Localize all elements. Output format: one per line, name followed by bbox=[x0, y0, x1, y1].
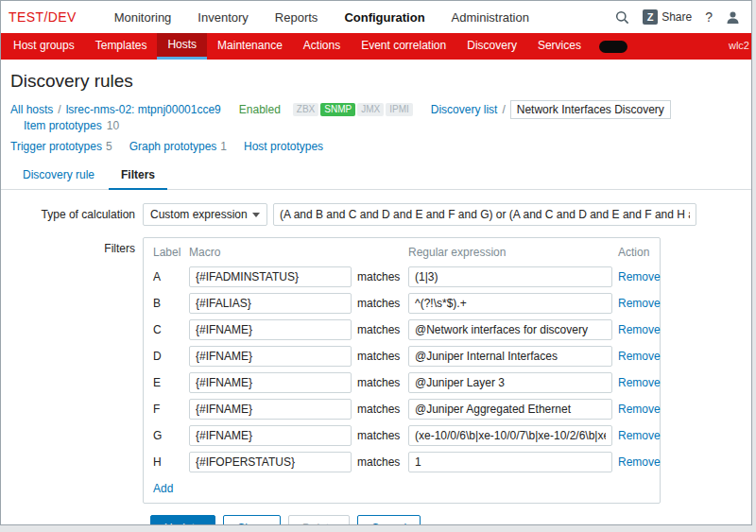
breadcrumb-current-rule: Network Interfaces Discovery bbox=[510, 100, 671, 119]
breadcrumb-discovery: Discovery list / Network Interfaces Disc… bbox=[431, 100, 671, 119]
filter-rows: A matches Remove B matches Remove C matc… bbox=[153, 266, 650, 472]
help-button[interactable]: ? bbox=[705, 9, 713, 25]
filter-regex-input[interactable] bbox=[408, 346, 612, 367]
tab-filters[interactable]: Filters bbox=[109, 161, 167, 190]
remove-filter-link[interactable]: Remove bbox=[618, 403, 667, 416]
filter-row-label: F bbox=[153, 403, 183, 416]
remove-filter-link[interactable]: Remove bbox=[618, 323, 667, 336]
share-button[interactable]: Z Share bbox=[643, 9, 692, 25]
filter-row-label: A bbox=[153, 270, 183, 283]
remove-filter-link[interactable]: Remove bbox=[618, 270, 667, 283]
filter-regex-input[interactable] bbox=[408, 293, 612, 314]
cancel-button[interactable]: Cancel bbox=[357, 515, 421, 525]
item-prototypes-count: 10 bbox=[107, 119, 119, 132]
delete-button: Delete bbox=[288, 515, 350, 525]
filter-macro-input[interactable] bbox=[189, 425, 352, 446]
badge-snmp: SNMP bbox=[320, 103, 355, 116]
filter-row: F matches Remove bbox=[153, 399, 650, 420]
tab-discovery-rule[interactable]: Discovery rule bbox=[10, 161, 107, 189]
remove-filter-link[interactable]: Remove bbox=[618, 297, 667, 310]
filter-macro-input[interactable] bbox=[189, 452, 352, 472]
remove-filter-link[interactable]: Remove bbox=[618, 429, 667, 442]
badge-jmx: JMX bbox=[357, 103, 384, 116]
filter-macro-input[interactable] bbox=[189, 319, 352, 340]
filter-regex-input[interactable] bbox=[408, 372, 612, 393]
nav-monitoring[interactable]: Monitoring bbox=[114, 10, 172, 25]
filter-macro-input[interactable] bbox=[189, 346, 352, 367]
subnav-maintenance[interactable]: Maintenance bbox=[207, 33, 293, 60]
filter-regex-input[interactable] bbox=[408, 319, 612, 340]
subnav-host-groups[interactable]: Host groups bbox=[3, 33, 85, 60]
calculation-type-value: Custom expression bbox=[150, 208, 248, 221]
breadcrumb-separator: / bbox=[58, 103, 60, 116]
subnav-event-correlation[interactable]: Event correlation bbox=[351, 33, 456, 60]
link-graph-prototypes[interactable]: Graph prototypes bbox=[129, 140, 217, 153]
filter-row: B matches Remove bbox=[153, 293, 650, 314]
filter-row: D matches Remove bbox=[153, 346, 650, 367]
app-window: TEST/DEV Monitoring Inventory Reports Co… bbox=[0, 0, 752, 525]
zabbix-share-icon: Z bbox=[643, 9, 658, 25]
filter-macro-input[interactable] bbox=[189, 266, 352, 287]
remove-filter-link[interactable]: Remove bbox=[618, 350, 667, 363]
filter-macro-input[interactable] bbox=[189, 399, 352, 420]
availability-badges: ZBX SNMP JMX IPMI bbox=[293, 103, 413, 116]
custom-expression-input[interactable] bbox=[273, 203, 696, 226]
filters-table-header: Label Macro Regular expression Action bbox=[153, 246, 650, 259]
nav-administration[interactable]: Administration bbox=[452, 10, 529, 25]
filters-label: Filters bbox=[1, 237, 143, 255]
filter-macro-input[interactable] bbox=[189, 293, 352, 314]
filter-regex-input[interactable] bbox=[408, 452, 612, 472]
search-icon[interactable] bbox=[615, 10, 629, 25]
graph-prototypes-group: Graph prototypes 1 bbox=[129, 140, 227, 153]
badge-zbx: ZBX bbox=[293, 103, 318, 116]
filter-regex-input[interactable] bbox=[408, 425, 612, 446]
breadcrumb-host-link[interactable]: lsrec-nms-02: mtpnj00001cce9 bbox=[66, 103, 221, 116]
nav-configuration[interactable]: Configuration bbox=[344, 10, 424, 25]
subnav-actions[interactable]: Actions bbox=[293, 33, 351, 60]
main-nav: Monitoring Inventory Reports Configurati… bbox=[114, 10, 529, 25]
matches-label: matches bbox=[357, 403, 403, 416]
filter-regex-input[interactable] bbox=[408, 399, 612, 420]
filter-row-label: B bbox=[153, 297, 183, 310]
link-item-prototypes[interactable]: Item prototypes bbox=[24, 119, 102, 132]
calculation-type-select[interactable]: Custom expression bbox=[143, 203, 267, 226]
clone-button[interactable]: Clone bbox=[223, 515, 281, 525]
page-title: Discovery rules bbox=[1, 60, 751, 97]
header-label: Label bbox=[153, 246, 183, 259]
user-profile-icon[interactable] bbox=[726, 10, 740, 25]
filter-row-label: H bbox=[153, 455, 183, 469]
matches-label: matches bbox=[357, 270, 403, 283]
matches-label: matches bbox=[357, 376, 403, 389]
subnav-templates[interactable]: Templates bbox=[85, 33, 158, 60]
filter-row: A matches Remove bbox=[153, 266, 650, 287]
matches-label: matches bbox=[357, 323, 403, 336]
subnav-hosts[interactable]: Hosts bbox=[157, 33, 207, 60]
header-regular-expression: Regular expression bbox=[408, 246, 612, 259]
link-discovery-list[interactable]: Discovery list bbox=[431, 103, 498, 116]
nav-inventory[interactable]: Inventory bbox=[198, 10, 248, 25]
host-status-enabled: Enabled bbox=[239, 103, 281, 116]
type-of-calculation-label: Type of calculation bbox=[1, 203, 143, 221]
subnav-services[interactable]: Services bbox=[527, 33, 592, 60]
remove-filter-link[interactable]: Remove bbox=[618, 376, 667, 389]
filter-row-label: G bbox=[153, 429, 183, 442]
filter-row: H matches Remove bbox=[153, 452, 650, 472]
filter-macro-input[interactable] bbox=[189, 372, 352, 393]
nav-reports[interactable]: Reports bbox=[275, 10, 318, 25]
remove-filter-link[interactable]: Remove bbox=[618, 455, 667, 469]
filter-regex-input[interactable] bbox=[408, 266, 612, 287]
breadcrumb-all-hosts[interactable]: All hosts bbox=[10, 103, 53, 116]
matches-label: matches bbox=[357, 297, 403, 310]
badge-ipmi: IPMI bbox=[386, 103, 413, 116]
sub-nav: Host groups Templates Hosts Maintenance … bbox=[1, 33, 751, 60]
update-button[interactable]: Update bbox=[150, 515, 215, 525]
filters-table: Label Macro Regular expression Action A … bbox=[143, 237, 661, 504]
add-filter-link[interactable]: Add bbox=[153, 482, 173, 495]
link-host-prototypes[interactable]: Host prototypes bbox=[244, 140, 323, 153]
chevron-down-icon bbox=[252, 213, 260, 217]
form-buttons: Update Clone Delete Cancel bbox=[150, 515, 751, 525]
subnav-discovery[interactable]: Discovery bbox=[456, 33, 527, 60]
matches-label: matches bbox=[357, 350, 403, 363]
top-bar: TEST/DEV Monitoring Inventory Reports Co… bbox=[1, 1, 751, 33]
link-trigger-prototypes[interactable]: Trigger prototypes bbox=[10, 140, 102, 153]
